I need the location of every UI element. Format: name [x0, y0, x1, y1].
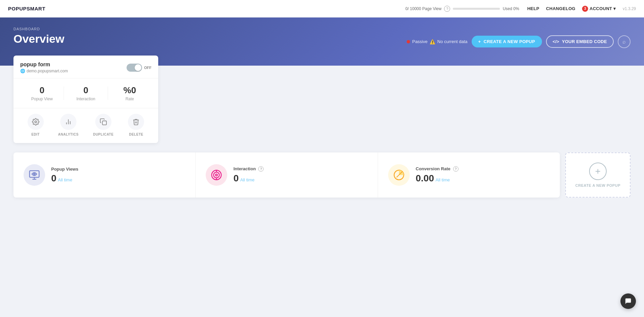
app-logo: POPUPSMART — [8, 6, 45, 11]
popup-card-stats: 0 Popup View 0 Interaction %0 Rate — [13, 78, 158, 108]
stat-popup-view-value: 0 — [20, 85, 64, 96]
conversion-value-row: 0.00 All time — [416, 173, 459, 184]
toggle-wrap[interactable]: OFF — [127, 64, 151, 72]
popup-views-value: 0 — [51, 173, 57, 183]
popup-views-text: Popup Views 0 All time — [51, 167, 78, 184]
conversion-icon-circle — [388, 164, 410, 186]
interaction-icon-circle — [206, 164, 227, 186]
delete-button[interactable]: DELETE — [128, 114, 144, 136]
conversion-help-icon[interactable]: ? — [453, 166, 459, 172]
conversion-time: All time — [436, 177, 450, 182]
edit-button[interactable]: EDIT — [28, 114, 44, 136]
edit-icon-circle — [28, 114, 44, 130]
duplicate-icon-circle — [95, 114, 111, 130]
svg-rect-5 — [30, 171, 39, 177]
stats-row-wrapper: Popup Views 0 All time — [13, 152, 631, 198]
account-badge-count: 3 — [582, 6, 588, 12]
duplicate-button[interactable]: DUPLICATE — [93, 114, 113, 136]
conversion-value: 0.00 — [416, 173, 434, 183]
chevron-down-icon: ▾ — [613, 6, 616, 11]
interaction-help-icon[interactable]: ? — [258, 166, 264, 172]
popup-card-info: popup form 🌐 demo.popupsmart.com — [20, 62, 68, 73]
chat-bubble[interactable] — [620, 293, 636, 309]
delete-label: DELETE — [129, 133, 143, 136]
page-view-used: Used 0% — [503, 6, 519, 11]
popup-views-heading: Popup Views — [51, 167, 78, 172]
create-card-label: CREATE A NEW POPUP — [575, 183, 620, 187]
globe-icon: 🌐 — [20, 69, 25, 73]
changelog-link[interactable]: CHANGELOG — [546, 6, 575, 11]
account-label: ACCOUNT — [589, 6, 612, 11]
interaction-text: Interaction ? 0 All time — [233, 166, 264, 184]
svg-rect-4 — [102, 121, 106, 125]
conversion-text: Conversion Rate ? 0.00 All time — [416, 166, 459, 184]
stat-popup-view-label: Popup View — [20, 97, 64, 101]
topbar: POPUPSMART 0/ 10000 Page View ? Used 0% … — [0, 0, 644, 17]
stat-rate-label: Rate — [108, 97, 151, 101]
create-new-popup-card[interactable]: + CREATE A NEW POPUP — [565, 152, 631, 198]
popup-card: popup form 🌐 demo.popupsmart.com OFF 0 P… — [13, 56, 158, 143]
create-btn-label: CREATE A NEW POPUP — [484, 39, 535, 44]
popup-card-url: 🌐 demo.popupsmart.com — [20, 69, 68, 73]
stat-interaction: 0 Interaction — [64, 85, 107, 101]
popup-url-text: demo.popupsmart.com — [27, 69, 68, 73]
page-view-bar — [453, 8, 500, 10]
popup-card-title: popup form — [20, 62, 68, 68]
create-plus-icon: + — [589, 163, 607, 180]
conversion-heading: Conversion Rate ? — [416, 166, 459, 172]
svg-point-0 — [35, 121, 37, 123]
header-actions: Passive ⚠️ No current data + CREATE A NE… — [407, 35, 631, 48]
stats-row-main: Popup Views 0 All time — [13, 152, 560, 198]
version-label: v1.3.29 — [623, 6, 636, 11]
status-warning: No current data — [437, 39, 468, 44]
code-icon: </> — [553, 39, 560, 44]
create-new-popup-button[interactable]: + CREATE A NEW POPUP — [472, 36, 542, 47]
stats-popup-views: Popup Views 0 All time — [13, 152, 196, 198]
stat-interaction-label: Interaction — [64, 97, 107, 101]
stat-popup-view: 0 Popup View — [20, 85, 64, 101]
page-view-label: 0/ 10000 Page View — [405, 6, 441, 11]
search-button[interactable]: ⌕ — [618, 35, 631, 48]
embed-code-button[interactable]: </> YOUR EMBED CODE — [546, 35, 614, 48]
popup-views-value-row: 0 All time — [51, 173, 78, 184]
analytics-icon-circle — [60, 114, 76, 130]
account-link[interactable]: 3 ACCOUNT ▾ — [582, 6, 616, 12]
svg-point-9 — [216, 174, 218, 176]
topbar-right: HELP CHANGELOG 3 ACCOUNT ▾ v1.3.29 — [527, 6, 636, 12]
duplicate-label: DUPLICATE — [93, 133, 113, 136]
edit-label: EDIT — [31, 133, 40, 136]
status-badge: Passive ⚠️ No current data — [407, 39, 467, 44]
toggle-knob — [135, 64, 141, 71]
toggle-label: OFF — [144, 66, 151, 70]
stat-rate: %0 Rate — [108, 85, 151, 101]
interaction-heading: Interaction ? — [233, 166, 264, 172]
status-passive: Passive — [412, 39, 428, 44]
popup-views-icon-circle — [24, 164, 45, 186]
svg-point-8 — [214, 172, 219, 178]
popup-views-time: All time — [58, 177, 72, 182]
stat-interaction-value: 0 — [64, 85, 107, 96]
page-view-section: 0/ 10000 Page View ? Used 0% — [405, 6, 519, 12]
popup-card-actions: EDIT ANALYTICS DUPLICATE — [13, 108, 158, 143]
delete-icon-circle — [128, 114, 144, 130]
stat-rate-value: %0 — [108, 85, 151, 96]
svg-point-6 — [34, 173, 35, 175]
help-link[interactable]: HELP — [527, 6, 539, 11]
plus-icon: + — [478, 39, 481, 44]
svg-line-14 — [397, 175, 399, 177]
stats-conversion: Conversion Rate ? 0.00 All time — [378, 152, 560, 198]
popup-card-header: popup form 🌐 demo.popupsmart.com OFF — [13, 56, 158, 78]
warning-icon: ⚠️ — [430, 39, 435, 44]
main-content: popup form 🌐 demo.popupsmart.com OFF 0 P… — [0, 56, 644, 211]
status-dot — [407, 40, 410, 43]
embed-btn-label: YOUR EMBED CODE — [562, 39, 607, 44]
toggle-switch[interactable] — [127, 64, 142, 72]
interaction-value: 0 — [233, 173, 239, 183]
page-view-help-icon[interactable]: ? — [444, 6, 450, 12]
interaction-value-row: 0 All time — [233, 173, 264, 184]
search-icon: ⌕ — [622, 39, 626, 45]
stats-interaction: Interaction ? 0 All time — [196, 152, 378, 198]
analytics-button[interactable]: ANALYTICS — [58, 114, 79, 136]
interaction-time: All time — [240, 177, 255, 182]
analytics-label: ANALYTICS — [58, 133, 79, 136]
